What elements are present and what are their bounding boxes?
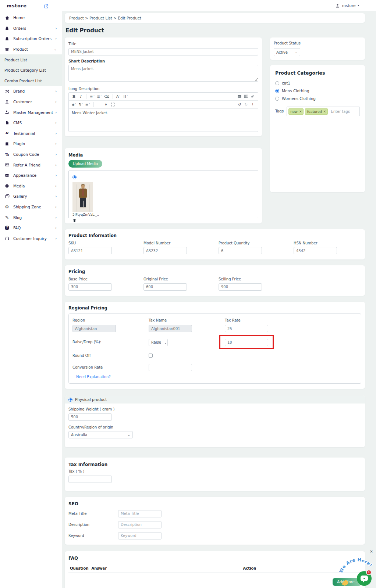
redo-icon[interactable]: ↻ xyxy=(243,101,249,108)
external-link-icon[interactable] xyxy=(44,3,49,8)
sidebar-item-cms[interactable]: CMS › xyxy=(0,118,62,128)
horizontal-rule-icon[interactable]: — xyxy=(96,101,102,108)
editor-toolbar-row1: B I ≡˅ ≣˅ ⌫ A˅ TI˅ xyxy=(69,93,258,101)
product-categories-title: Product Categories xyxy=(275,70,360,76)
base-price-input[interactable] xyxy=(68,283,112,291)
paint-drop-icon[interactable]: ◈˅ xyxy=(71,101,77,108)
sidebar-item-combo-product-list[interactable]: Combo Product List xyxy=(0,76,62,86)
round-off-checkbox[interactable] xyxy=(149,354,153,358)
bold-icon[interactable]: B xyxy=(71,93,77,100)
sidebar-item-customer-inquiry[interactable]: Customer Inquiry › xyxy=(0,233,62,244)
description-input[interactable] xyxy=(118,521,162,528)
line-height-icon[interactable]: Ŧ xyxy=(103,101,109,108)
sidebar-item-product-category-list[interactable]: Product Category List xyxy=(0,65,62,76)
paragraph-icon[interactable]: ¶˅ xyxy=(78,101,84,108)
meta-title-input[interactable] xyxy=(118,510,162,517)
sidebar-item-blog[interactable]: ✎ Blog › xyxy=(0,212,62,223)
sidebar-item-coupon-code[interactable]: % Coupon Code › xyxy=(0,149,62,160)
chevron-right-icon: › xyxy=(55,194,57,198)
base-price-label: Base Price xyxy=(68,277,143,281)
sidebar-item-product[interactable]: Product ⌄ xyxy=(0,44,62,55)
insert-link-icon[interactable] xyxy=(250,93,256,100)
user-menu[interactable]: mstore ▾ xyxy=(335,3,359,8)
keyword-input[interactable] xyxy=(118,532,162,539)
sku-input[interactable] xyxy=(68,247,112,254)
sidebar-item-subscription-orders[interactable]: Subscription Orders › xyxy=(0,33,62,44)
more-options-icon[interactable]: ⋮ xyxy=(250,101,256,108)
chevron-right-icon: › xyxy=(55,163,57,167)
seo-heading: SEO xyxy=(68,501,361,506)
question-circle-icon: ? xyxy=(4,225,10,230)
main-content: Product > Product List > Edit Product Ed… xyxy=(62,11,376,588)
sidebar-item-refer-a-friend[interactable]: Refer A Friend › xyxy=(0,159,62,170)
selling-price-input[interactable] xyxy=(219,283,262,291)
long-description-editor-body[interactable]: Mens WInter Jacket. xyxy=(69,109,258,132)
category-option-mens-clothing[interactable]: Mens Clothing xyxy=(275,89,360,93)
tax-percent-input[interactable] xyxy=(68,476,112,483)
category-option-womens-clothing[interactable]: Womens Clothing xyxy=(275,96,360,101)
product-quantity-input[interactable] xyxy=(219,247,262,254)
sidebar-item-appearance[interactable]: Appearance › xyxy=(0,170,62,181)
chat-bubble-button[interactable]: 1 xyxy=(357,571,372,586)
sidebar-item-customer[interactable]: Customer › xyxy=(0,97,62,107)
italic-icon[interactable]: I xyxy=(78,93,84,100)
image-icon xyxy=(4,173,10,178)
delete-media-icon[interactable] xyxy=(72,217,77,224)
chevron-down-icon: ⌄ xyxy=(127,433,130,437)
regional-pricing-card: Regional Pricing Region Tax Name Tax Rat… xyxy=(65,302,365,389)
raise-drop-percent-input[interactable] xyxy=(225,339,268,346)
hsn-number-input[interactable] xyxy=(294,247,337,254)
category-option-cat1[interactable]: cat1 xyxy=(275,81,360,85)
chevron-right-icon: › xyxy=(55,205,57,209)
undo-icon[interactable]: ↺ xyxy=(237,101,242,108)
shipping-weight-input[interactable] xyxy=(68,413,112,421)
font-color-icon[interactable]: A˅ xyxy=(116,93,121,100)
sidebar-item-orders[interactable]: Orders › xyxy=(0,23,62,34)
text-style-icon[interactable]: TI˅ xyxy=(122,93,129,100)
product-image-thumbnail[interactable] xyxy=(72,182,93,212)
sidebar-item-faq[interactable]: ? FAQ › xyxy=(0,223,62,233)
ordered-list-icon[interactable]: ≣˅ xyxy=(96,93,102,100)
need-explanation-link[interactable]: Need Explanation? xyxy=(76,375,111,379)
sidebar-item-brand[interactable]: Brand › xyxy=(0,86,62,97)
title-input[interactable] xyxy=(68,48,258,55)
shipping-weight-label: Shipping Weight ( gram ) xyxy=(68,407,361,411)
model-number-input[interactable] xyxy=(143,247,187,254)
sidebar-item-gallery[interactable]: Gallery › xyxy=(0,191,62,202)
sidebar-item-shipping-zone[interactable]: ⚙ Shipping Zone › xyxy=(0,202,62,212)
play-circle-icon xyxy=(4,183,10,189)
breadcrumb[interactable]: Product > Product List > Edit Product xyxy=(65,13,365,23)
physical-product-radio-row[interactable]: Physical product xyxy=(65,395,365,404)
remove-tag-icon[interactable]: × xyxy=(323,110,326,113)
sidebar-item-product-list[interactable]: Product List xyxy=(0,54,62,65)
page-title: Edit Product xyxy=(65,27,365,34)
bullet-list-icon[interactable]: ≡˅ xyxy=(89,93,95,100)
product-status-select[interactable]: Active ⌄ xyxy=(274,48,300,56)
insert-table-icon[interactable] xyxy=(243,93,249,100)
insert-image-icon[interactable] xyxy=(237,93,242,100)
remove-tag-icon[interactable]: × xyxy=(299,110,302,113)
eraser-icon[interactable]: ⌫ xyxy=(103,93,110,100)
tax-rate-input[interactable] xyxy=(225,325,268,332)
original-price-input[interactable] xyxy=(143,283,187,291)
upload-media-button[interactable]: Upload Media xyxy=(68,160,102,168)
title-label: Title xyxy=(68,42,258,46)
radio-icon xyxy=(275,81,279,85)
radio-icon xyxy=(275,97,279,101)
chevron-right-icon: › xyxy=(55,142,57,146)
sidebar-item-master-management[interactable]: Master Management › xyxy=(0,107,62,118)
raise-drop-select[interactable]: Raise ⌄ xyxy=(149,339,168,346)
sidebar-item-media[interactable]: Media › xyxy=(0,181,62,191)
sidebar-item-testimonial[interactable]: “ Testimonial › xyxy=(0,128,62,139)
origin-select[interactable]: Australia ⌄ xyxy=(68,431,133,438)
fullscreen-icon[interactable] xyxy=(110,101,116,108)
short-description-textarea[interactable]: Mens Jacket. xyxy=(68,65,258,82)
conversion-rate-input[interactable] xyxy=(149,364,192,371)
tags-input-box[interactable]: new × featured × Enter tags xyxy=(287,107,360,116)
media-select-radio[interactable] xyxy=(72,175,77,179)
sidebar-item-home[interactable]: Home xyxy=(0,12,62,23)
faq-col-question: Question xyxy=(68,564,90,573)
media-filename: 5IFtyqZmVzL._.. xyxy=(72,213,254,216)
sidebar-item-plugin[interactable]: Plugin › xyxy=(0,139,62,149)
align-icon[interactable]: ≡˅ xyxy=(85,101,91,108)
